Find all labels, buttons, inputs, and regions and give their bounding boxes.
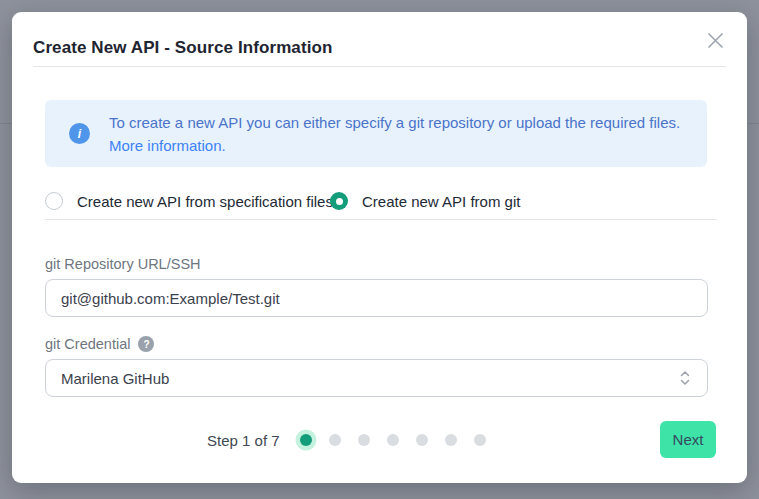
step-dot-4 bbox=[387, 434, 399, 446]
radio-option-from-git[interactable]: Create new API from git bbox=[330, 192, 520, 210]
close-icon bbox=[707, 32, 724, 49]
radio-label-spec-files: Create new API from specification files bbox=[77, 193, 333, 210]
select-chevrons-icon bbox=[678, 370, 692, 386]
radio-selected-icon[interactable] bbox=[330, 192, 348, 210]
step-dot-7 bbox=[474, 434, 486, 446]
screen-backdrop: Create New API - Source Information i To… bbox=[0, 0, 759, 499]
credential-label-text: git Credential bbox=[45, 336, 130, 352]
radio-option-spec-files[interactable]: Create new API from specification files bbox=[45, 192, 333, 210]
credential-selected-value: Marilena GitHub bbox=[61, 370, 169, 387]
step-text: Step 1 of 7 bbox=[207, 432, 280, 449]
radio-unselected-icon[interactable] bbox=[45, 192, 63, 210]
credential-select[interactable]: Marilena GitHub bbox=[45, 359, 708, 397]
repo-url-input[interactable] bbox=[45, 279, 708, 317]
step-dot-1 bbox=[300, 434, 312, 446]
modal-title: Create New API - Source Information bbox=[33, 38, 332, 58]
create-api-modal: Create New API - Source Information i To… bbox=[12, 12, 747, 483]
next-button[interactable]: Next bbox=[660, 421, 716, 458]
more-information-link[interactable]: More information. bbox=[109, 137, 226, 154]
credential-label: git Credential ? bbox=[45, 336, 154, 352]
info-icon: i bbox=[69, 123, 90, 144]
step-dots bbox=[300, 433, 486, 446]
close-button[interactable] bbox=[703, 28, 727, 52]
step-dot-3 bbox=[358, 434, 370, 446]
step-dot-2 bbox=[329, 434, 341, 446]
title-divider bbox=[33, 66, 726, 67]
info-banner-message: To create a new API you can either speci… bbox=[109, 114, 680, 131]
help-icon[interactable]: ? bbox=[138, 336, 154, 352]
step-dot-5 bbox=[416, 434, 428, 446]
radio-divider bbox=[45, 219, 717, 220]
repo-url-label: git Repository URL/SSH bbox=[45, 256, 201, 272]
info-banner: i To create a new API you can either spe… bbox=[45, 100, 707, 167]
step-dot-6 bbox=[445, 434, 457, 446]
radio-label-from-git: Create new API from git bbox=[362, 193, 520, 210]
info-banner-text: To create a new API you can either speci… bbox=[109, 111, 697, 157]
